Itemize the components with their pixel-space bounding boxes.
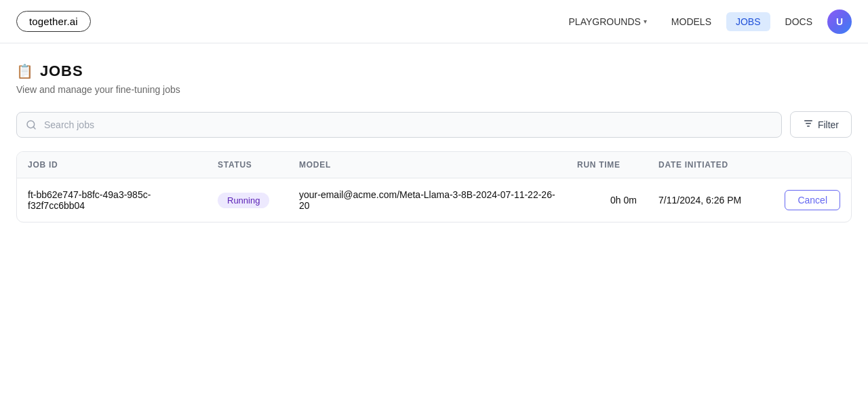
logo-button[interactable]: together.ai [16, 11, 91, 32]
table-header: JOB ID STATUS MODEL RUN TIME DATE INITIA… [17, 152, 851, 178]
table-row: ft-bb62e747-b8fc-49a3-985c-f32f7cc6bb04 … [17, 178, 851, 222]
header: together.ai PLAYGROUNDS ▾ MODELS JOBS DO… [0, 0, 868, 43]
avatar[interactable]: U [827, 9, 852, 34]
page-subtitle: View and manage your fine-tuning jobs [16, 84, 852, 95]
playgrounds-label: PLAYGROUNDS [569, 16, 641, 27]
nav: PLAYGROUNDS ▾ MODELS JOBS DOCS U [559, 9, 852, 34]
nav-jobs[interactable]: JOBS [726, 12, 770, 31]
page-title: JOBS [40, 62, 83, 80]
page-header: 📋 JOBS [16, 62, 852, 80]
jobs-icon: 📋 [16, 63, 33, 79]
jobs-table: JOB ID STATUS MODEL RUN TIME DATE INITIA… [17, 152, 851, 222]
cell-action: Cancel [770, 178, 851, 222]
chevron-down-icon: ▾ [644, 18, 647, 25]
jobs-table-container: JOB ID STATUS MODEL RUN TIME DATE INITIA… [16, 151, 852, 222]
filter-label: Filter [818, 119, 839, 130]
nav-playgrounds[interactable]: PLAYGROUNDS ▾ [559, 12, 656, 31]
nav-docs[interactable]: DOCS [776, 12, 822, 31]
table-body: ft-bb62e747-b8fc-49a3-985c-f32f7cc6bb04 … [17, 178, 851, 222]
cell-date: 7/11/2024, 6:26 PM [648, 178, 770, 222]
cancel-button[interactable]: Cancel [785, 190, 840, 210]
filter-button[interactable]: Filter [790, 111, 852, 138]
search-icon [26, 119, 37, 130]
col-header-action [770, 152, 851, 178]
nav-models[interactable]: MODELS [662, 12, 721, 31]
col-header-jobid: JOB ID [17, 152, 207, 178]
search-filter-row: Filter [16, 111, 852, 138]
col-header-date: DATE INITIATED [648, 152, 770, 178]
cell-runtime: 0h 0m [566, 178, 648, 222]
page-content: 📋 JOBS View and manage your fine-tuning … [0, 43, 868, 241]
cell-status: Running [207, 178, 288, 222]
search-input[interactable] [16, 112, 782, 138]
cell-model: your-email@acme.com/Meta-Llama-3-8B-2024… [288, 178, 566, 222]
cell-jobid: ft-bb62e747-b8fc-49a3-985c-f32f7cc6bb04 [17, 178, 207, 222]
search-container [16, 112, 782, 138]
col-header-model: MODEL [288, 152, 566, 178]
col-header-runtime: RUN TIME [566, 152, 648, 178]
col-header-status: STATUS [207, 152, 288, 178]
status-badge: Running [218, 193, 269, 208]
filter-icon [803, 118, 814, 131]
svg-line-1 [33, 127, 35, 129]
